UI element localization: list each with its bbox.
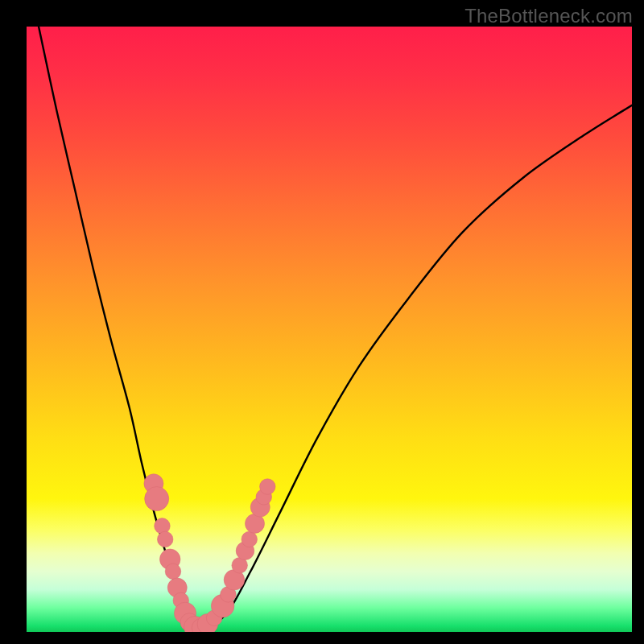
chart-frame: TheBottleneck.com [0,0,644,644]
plot-area [27,27,632,632]
watermark-text: TheBottleneck.com [464,5,633,27]
marker-dot [165,564,181,580]
marker-dot [145,487,169,511]
marker-dot [157,531,173,547]
marker-dot [155,518,171,535]
highlighted-points [144,474,275,632]
marker-dot [260,479,276,495]
bottleneck-curve [39,27,632,630]
chart-overlay [27,27,632,632]
marker-dot [242,531,258,547]
